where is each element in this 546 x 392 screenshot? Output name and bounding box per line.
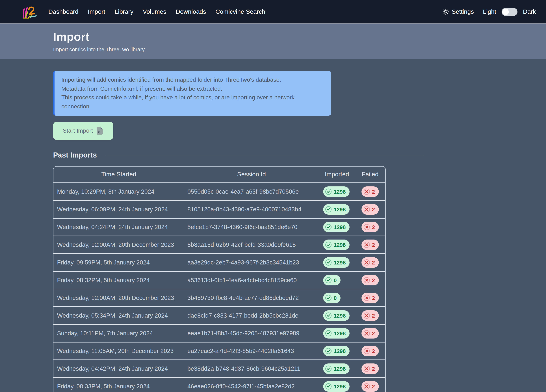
imported-badge: 1298 xyxy=(323,257,350,268)
x-circle-icon xyxy=(363,259,370,266)
failed-badge: 2 xyxy=(362,222,379,232)
failed-badge: 2 xyxy=(362,346,379,356)
cell-session-id: 8105126a-8b43-4390-a7e9-4000710483b4 xyxy=(184,201,319,219)
imported-badge: 1298 xyxy=(323,310,350,321)
imported-badge: 1298 xyxy=(323,346,350,356)
start-import-label: Start Import xyxy=(63,128,93,134)
page-subtitle: Import comics into the ThreeTwo library. xyxy=(53,47,546,52)
cell-session-id: aa3e29dc-2eb7-4a93-967f-2b3c34541b23 xyxy=(184,254,319,272)
nav-item-comicvine-search[interactable]: Comicvine Search xyxy=(215,0,265,24)
check-circle-icon xyxy=(325,347,332,354)
past-imports-header: Past Imports xyxy=(53,151,424,159)
cell-imported: 1298 xyxy=(319,183,355,201)
cell-failed: 2 xyxy=(355,201,385,219)
imported-badge: 1298 xyxy=(323,240,350,250)
x-circle-icon xyxy=(363,277,370,284)
theme-dark-label: Dark xyxy=(523,8,536,15)
nav-links: Dashboard Import Library Volumes Downloa… xyxy=(48,0,265,24)
cell-failed: 2 xyxy=(355,342,385,360)
x-circle-icon xyxy=(363,224,370,230)
table-row: Wednesday, 11:05AM, 20th December 2023 e… xyxy=(53,342,385,360)
cell-time-started: Friday, 09:59PM, 5th January 2024 xyxy=(53,254,184,272)
failed-badge: 2 xyxy=(362,257,379,268)
main-content: Importing will add comics identified fro… xyxy=(0,59,546,392)
settings-button[interactable]: Settings xyxy=(442,8,474,15)
table-row: Sunday, 10:11PM, 7th January 2024 eeae1b… xyxy=(53,325,385,342)
start-import-button[interactable]: Start Import xyxy=(53,122,113,140)
check-circle-icon xyxy=(325,206,332,213)
cell-imported: 1298 xyxy=(319,254,355,272)
table-row: Wednesday, 12:00AM, 20th December 2023 5… xyxy=(53,236,385,254)
check-circle-icon xyxy=(325,330,332,337)
cell-time-started: Monday, 10:29PM, 8th January 2024 xyxy=(53,183,184,201)
nav-item-volumes[interactable]: Volumes xyxy=(143,0,166,24)
navbar-right: Settings Light Dark xyxy=(442,8,536,16)
x-circle-icon xyxy=(363,347,370,354)
table-row: Wednesday, 04:42PM, 24th January 2024 be… xyxy=(53,360,385,378)
failed-badge: 2 xyxy=(362,204,379,215)
column-header-time-started: Time Started xyxy=(53,167,184,183)
nav-item-library[interactable]: Library xyxy=(115,0,133,24)
cell-imported: 1298 xyxy=(319,378,355,392)
cell-time-started: Wednesday, 12:00AM, 20th December 2023 xyxy=(53,236,184,254)
page: Dashboard Import Library Volumes Downloa… xyxy=(0,0,546,392)
brand-logo[interactable] xyxy=(21,4,37,19)
threetwo-logo-icon xyxy=(21,4,37,19)
table-row: Wednesday, 12:00AM, 20th December 2023 3… xyxy=(53,289,385,307)
check-circle-icon xyxy=(325,188,332,195)
table-row: Wednesday, 04:24PM, 24th January 2024 5e… xyxy=(53,219,385,236)
check-circle-icon xyxy=(325,224,332,230)
table-row: Wednesday, 06:09PM, 24th January 2024 81… xyxy=(53,201,385,219)
cell-session-id: 5b8aa15d-62b9-42cf-bcfd-33a0de9fe615 xyxy=(184,236,319,254)
table-row: Friday, 08:32PM, 5th January 2024 a53613… xyxy=(53,272,385,289)
cell-session-id: 5efce1b7-3748-4360-9f6c-baa851de6e70 xyxy=(184,219,319,236)
column-header-failed: Failed xyxy=(355,167,385,183)
past-imports-heading: Past Imports xyxy=(53,151,97,159)
failed-badge: 2 xyxy=(362,310,379,321)
cell-time-started: Wednesday, 06:09PM, 24th January 2024 xyxy=(53,201,184,219)
cell-failed: 2 xyxy=(355,307,385,325)
imported-badge: 1298 xyxy=(323,381,350,392)
cell-failed: 2 xyxy=(355,360,385,378)
cell-time-started: Wednesday, 12:00AM, 20th December 2023 xyxy=(53,289,184,307)
cell-time-started: Wednesday, 04:24PM, 24th January 2024 xyxy=(53,219,184,236)
failed-badge: 2 xyxy=(362,363,379,374)
x-circle-icon xyxy=(363,188,370,195)
failed-badge: 2 xyxy=(362,186,379,197)
nav-item-downloads[interactable]: Downloads xyxy=(176,0,206,24)
navbar: Dashboard Import Library Volumes Downloa… xyxy=(0,0,546,24)
gear-icon xyxy=(442,8,449,15)
theme-light-label: Light xyxy=(483,8,496,15)
table-row: Monday, 10:29PM, 8th January 2024 0550d0… xyxy=(53,183,385,201)
imports-table: Time Started Session Id Imported Failed … xyxy=(53,166,386,392)
check-circle-icon xyxy=(325,312,332,319)
cell-time-started: Friday, 08:32PM, 5th January 2024 xyxy=(53,272,184,289)
cell-time-started: Sunday, 10:11PM, 7th January 2024 xyxy=(53,325,184,342)
nav-item-import[interactable]: Import xyxy=(88,0,105,24)
cell-failed: 2 xyxy=(355,236,385,254)
cell-failed: 2 xyxy=(355,272,385,289)
import-info-banner: Importing will add comics identified fro… xyxy=(53,71,331,116)
cell-imported: 1298 xyxy=(319,236,355,254)
column-header-session-id: Session Id xyxy=(184,167,319,183)
cell-imported: 1298 xyxy=(319,201,355,219)
imported-badge: 0 xyxy=(323,275,341,285)
x-circle-icon xyxy=(363,365,370,372)
check-circle-icon xyxy=(325,383,332,390)
column-header-imported: Imported xyxy=(319,167,355,183)
cell-imported: 0 xyxy=(319,289,355,307)
cell-session-id: dae8cfd7-c833-4177-bedd-2bb5cbc231de xyxy=(184,307,319,325)
cell-session-id: eeae1b71-f8b3-45dc-9205-487931e97989 xyxy=(184,325,319,342)
theme-toggle[interactable] xyxy=(502,8,518,16)
failed-badge: 2 xyxy=(362,293,379,303)
cell-time-started: Friday, 08:33PM, 5th January 2024 xyxy=(53,378,184,392)
cell-imported: 1298 xyxy=(319,325,355,342)
cell-session-id: 0550d05c-0cae-4ea7-a63f-98bc7d70506e xyxy=(184,183,319,201)
table-header-row: Time Started Session Id Imported Failed xyxy=(53,167,385,183)
cell-failed: 2 xyxy=(355,289,385,307)
cell-imported: 1298 xyxy=(319,307,355,325)
cell-failed: 2 xyxy=(355,378,385,392)
failed-badge: 2 xyxy=(362,328,379,339)
nav-item-dashboard[interactable]: Dashboard xyxy=(48,0,78,24)
hero-banner: Import Import comics into the ThreeTwo l… xyxy=(0,24,546,59)
